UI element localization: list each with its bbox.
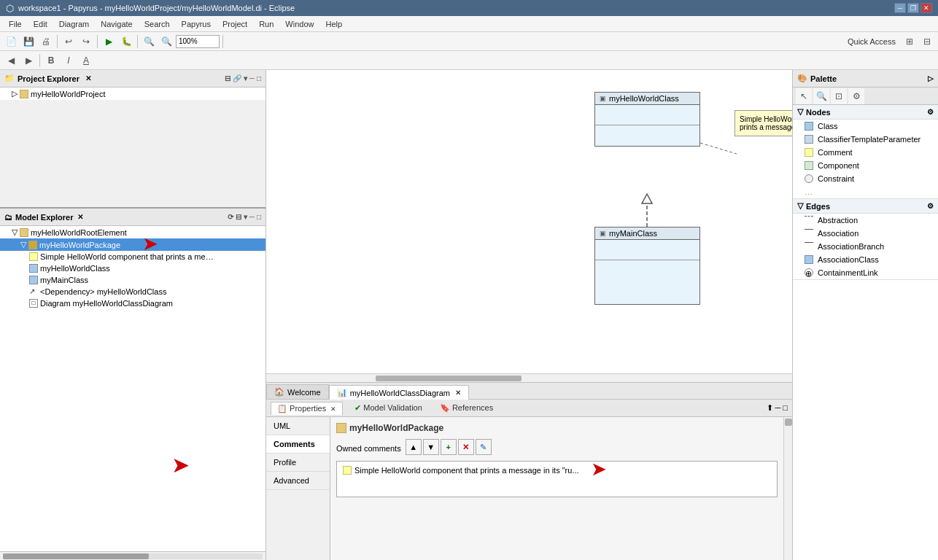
palette-class-item[interactable]: Class <box>793 120 938 133</box>
prop-v-scrollbar[interactable] <box>783 417 792 560</box>
oc-edit-button[interactable]: ✎ <box>476 439 492 455</box>
prop-minimize[interactable]: ─ <box>775 403 781 413</box>
palette-constraint-item[interactable]: Constraint <box>793 172 938 185</box>
model-h-scrollbar[interactable] <box>0 551 265 560</box>
prop-maximize[interactable]: □ <box>783 403 788 413</box>
bold-button[interactable]: B <box>43 52 59 69</box>
palette-marquee-btn[interactable]: ⊡ <box>831 88 847 104</box>
title-bar-controls[interactable]: ─ ❐ ✕ <box>894 3 932 13</box>
tab-model-validation[interactable]: ✔ Model Validation <box>349 402 428 414</box>
prop-comments-item[interactable]: Comments <box>266 435 330 454</box>
debug-button[interactable]: 🐛 <box>118 34 134 50</box>
collapse-model-btn[interactable]: ⊟ <box>236 213 241 221</box>
underline-button[interactable]: A <box>78 52 94 69</box>
package-item[interactable]: ▽ myHelloWorldPackage ➤ <box>0 238 265 251</box>
zoom-in-button[interactable]: 🔍 <box>158 34 174 50</box>
menu-window[interactable]: Window <box>279 18 319 30</box>
italic-button[interactable]: I <box>61 52 77 69</box>
prop-uml-item[interactable]: UML <box>266 417 330 435</box>
menu-edit[interactable]: Edit <box>28 18 53 30</box>
palette-more-nodes-item[interactable]: … <box>793 185 938 198</box>
link-editor-btn[interactable]: 🔗 <box>233 74 241 82</box>
menu-papyrus[interactable]: Papyrus <box>176 18 217 30</box>
uml-class-main[interactable]: ▣ myMainClass <box>594 227 700 305</box>
redo-button[interactable]: ↪ <box>78 34 94 50</box>
minimize-button[interactable]: ─ <box>894 3 906 13</box>
comment-list-item[interactable]: Simple HelloWorld component that prints … <box>340 464 774 476</box>
oc-up-button[interactable]: ▲ <box>406 439 422 455</box>
new-button[interactable]: 📄 <box>3 34 19 50</box>
save-button[interactable]: 💾 <box>20 34 36 50</box>
project-explorer-close[interactable]: ✕ <box>85 74 91 82</box>
uml-class-hello[interactable]: ▣ myHelloWorldClass <box>594 92 700 147</box>
palette-component-item[interactable]: Component <box>793 159 938 172</box>
prop-arrow-up[interactable]: ⬆ <box>767 403 773 413</box>
view-menu-btn[interactable]: ▾ <box>244 74 247 82</box>
prop-scrollbar-thumb[interactable] <box>785 419 792 426</box>
palette-nodes-header[interactable]: ▽ Nodes ⚙ <box>793 105 938 120</box>
undo-button[interactable]: ↩ <box>61 34 77 50</box>
collapse-all-btn[interactable]: ⊟ <box>225 74 230 82</box>
palette-assoc-class-item[interactable]: AssociationClass <box>793 253 938 266</box>
palette-select-btn[interactable]: ↖ <box>796 88 812 104</box>
perspective-btn2[interactable]: ⊟ <box>919 34 935 50</box>
main-class-item[interactable]: myMainClass <box>0 274 265 286</box>
oc-add-button[interactable]: + <box>441 439 457 455</box>
menu-run[interactable]: Run <box>253 18 279 30</box>
palette-assoc-branch-item[interactable]: AssociationBranch <box>793 240 938 253</box>
palette-edges-header[interactable]: ▽ Edges ⚙ <box>793 199 938 214</box>
menu-help[interactable]: Help <box>319 18 348 30</box>
tab-references[interactable]: 🔖 References <box>434 402 499 414</box>
model-view-menu-btn[interactable]: ▾ <box>244 213 247 221</box>
palette-zoom-btn[interactable]: 🔍 <box>813 88 829 104</box>
menu-diagram[interactable]: Diagram <box>53 18 96 30</box>
model-explorer-close[interactable]: ✕ <box>77 213 83 221</box>
back-button[interactable]: ◀ <box>3 52 19 69</box>
model-maximize-btn[interactable]: □ <box>257 213 261 221</box>
maximize-panel-btn[interactable]: □ <box>257 74 261 82</box>
root-element-item[interactable]: ▽ myHelloWorldRootElement <box>0 226 265 238</box>
menu-search[interactable]: Search <box>139 18 176 30</box>
palette-config-btn[interactable]: ⚙ <box>848 88 864 104</box>
restore-button[interactable]: ❐ <box>907 3 919 13</box>
scrollbar-thumb[interactable] <box>3 553 149 559</box>
menu-project[interactable]: Project <box>217 18 253 30</box>
close-button[interactable]: ✕ <box>920 3 932 13</box>
diagram-h-scrollbar[interactable] <box>266 373 792 382</box>
tab-properties[interactable]: 📋 Properties ✕ <box>271 402 343 415</box>
oc-delete-button[interactable]: ✕ <box>458 439 474 455</box>
model-minimize-btn[interactable]: ─ <box>249 213 255 221</box>
hello-class-item[interactable]: myHelloWorldClass <box>0 262 265 274</box>
prop-profile-item[interactable]: Profile <box>266 454 330 472</box>
palette-expand-btn[interactable]: ▷ <box>928 74 934 82</box>
menu-navigate[interactable]: Navigate <box>95 18 138 30</box>
prop-advanced-item[interactable]: Advanced <box>266 472 330 490</box>
print-button[interactable]: 🖨 <box>38 34 54 50</box>
diagram-item[interactable]: □ Diagram myHelloWorldClassDiagram <box>0 298 265 309</box>
menu-file[interactable]: File <box>3 18 28 30</box>
properties-tab-close[interactable]: ✕ <box>330 405 336 413</box>
edges-settings-icon[interactable]: ⚙ <box>927 202 934 210</box>
minimize-panel-btn[interactable]: ─ <box>249 74 255 82</box>
tab-welcome[interactable]: 🏠 Welcome <box>266 384 329 399</box>
palette-containment-item[interactable]: ⊕ ContainmentLink <box>793 266 938 279</box>
tab-diagram[interactable]: 📊 myHelloWorldClassDiagram ✕ <box>329 385 469 400</box>
palette-association-item[interactable]: Association <box>793 227 938 240</box>
palette-abstraction-item[interactable]: Abstraction <box>793 214 938 227</box>
oc-down-button[interactable]: ▼ <box>423 439 439 455</box>
dependency-item[interactable]: ↗ <Dependency> myHelloWorldClass <box>0 286 265 298</box>
diagram-area[interactable]: ▣ myHelloWorldClass ▣ myMainClass Simple… <box>266 70 792 382</box>
sync-btn[interactable]: ⟳ <box>228 213 233 221</box>
perspective-btn1[interactable]: ⊞ <box>902 34 918 50</box>
comment-item[interactable]: Simple HelloWorld component that prints … <box>0 251 265 262</box>
zoom-input[interactable] <box>176 35 220 48</box>
nodes-settings-icon[interactable]: ⚙ <box>927 108 934 116</box>
diagram-scrollbar-thumb[interactable] <box>376 376 522 381</box>
diagram-tab-close[interactable]: ✕ <box>455 389 461 397</box>
palette-comment-item[interactable]: Comment <box>793 146 938 159</box>
forward-button[interactable]: ▶ <box>20 52 36 69</box>
palette-classifier-item[interactable]: ClassifierTemplateParameter <box>793 133 938 146</box>
project-item[interactable]: ▷ myHelloWorldProject <box>0 88 265 100</box>
zoom-out-button[interactable]: 🔍 <box>141 34 157 50</box>
run-button[interactable]: ▶ <box>101 34 117 50</box>
